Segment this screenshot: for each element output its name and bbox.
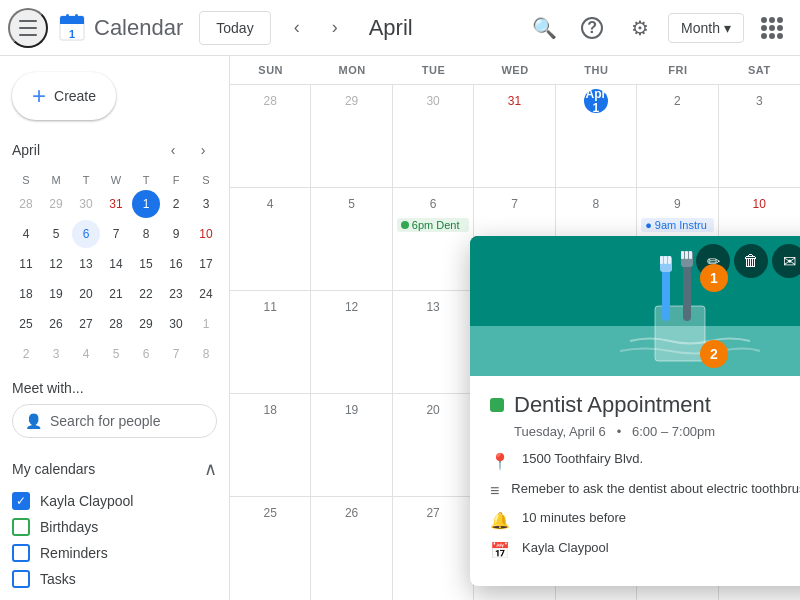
mini-day-today[interactable]: 1 <box>132 190 160 218</box>
today-button[interactable]: Today <box>199 11 270 45</box>
cal-date[interactable]: 12 <box>340 295 364 319</box>
mini-day[interactable]: 23 <box>162 280 190 308</box>
mini-day-selected[interactable]: 6 <box>72 220 100 248</box>
cal-cell[interactable]: 30 <box>393 85 474 188</box>
mini-day[interactable]: 15 <box>132 250 160 278</box>
mini-day[interactable]: 10 <box>192 220 220 248</box>
mini-day[interactable]: 26 <box>42 310 70 338</box>
view-selector[interactable]: Month ▾ <box>668 13 744 43</box>
help-button[interactable]: ? <box>572 8 612 48</box>
menu-button[interactable] <box>8 8 48 48</box>
cal-date[interactable]: 28 <box>258 89 282 113</box>
mini-day[interactable]: 11 <box>12 250 40 278</box>
mini-next-button[interactable]: › <box>189 136 217 164</box>
mini-day[interactable]: 24 <box>192 280 220 308</box>
mini-day[interactable]: 4 <box>72 340 100 368</box>
mini-day[interactable]: 12 <box>42 250 70 278</box>
settings-button[interactable]: ⚙ <box>620 8 660 48</box>
delete-event-button[interactable]: 🗑 <box>734 244 768 278</box>
cal-cell[interactable]: 26 <box>311 497 392 600</box>
mini-day[interactable]: 25 <box>12 310 40 338</box>
mini-day[interactable]: 7 <box>162 340 190 368</box>
cal-date[interactable]: 2 <box>665 89 689 113</box>
mini-day[interactable]: 7 <box>102 220 130 248</box>
cal-cell[interactable]: 5 <box>311 188 392 291</box>
mini-day[interactable]: 27 <box>72 310 100 338</box>
mini-day[interactable]: 20 <box>72 280 100 308</box>
email-event-button[interactable]: ✉ <box>772 244 800 278</box>
cal-cell[interactable]: 13 <box>393 291 474 394</box>
search-button[interactable]: 🔍 <box>524 8 564 48</box>
mini-day[interactable]: 16 <box>162 250 190 278</box>
cal-cell[interactable]: 29 <box>311 85 392 188</box>
mini-day[interactable]: 3 <box>42 340 70 368</box>
cal-cell[interactable]: 20 <box>393 394 474 497</box>
cal-cell[interactable]: 27 <box>393 497 474 600</box>
prev-month-button[interactable]: ‹ <box>279 10 315 46</box>
cal-date[interactable]: 19 <box>340 398 364 422</box>
mini-day[interactable]: 2 <box>12 340 40 368</box>
mini-day[interactable]: 19 <box>42 280 70 308</box>
mini-day[interactable]: 21 <box>102 280 130 308</box>
next-month-button[interactable]: › <box>317 10 353 46</box>
cal-cell[interactable]: 11 <box>230 291 311 394</box>
mini-day[interactable]: 18 <box>12 280 40 308</box>
cal-cell[interactable]: 12 <box>311 291 392 394</box>
mini-day[interactable]: 22 <box>132 280 160 308</box>
cal-date[interactable]: 10 <box>747 192 771 216</box>
cal-date[interactable]: 27 <box>421 501 445 525</box>
cal-cell[interactable]: 19 <box>311 394 392 497</box>
cal-date[interactable]: 20 <box>421 398 445 422</box>
cal-date[interactable]: 5 <box>340 192 364 216</box>
mini-day[interactable]: 29 <box>42 190 70 218</box>
mini-day[interactable]: 8 <box>132 220 160 248</box>
calendar-item-reminders[interactable]: Reminders <box>0 540 229 566</box>
mini-day[interactable]: 2 <box>162 190 190 218</box>
mini-prev-button[interactable]: ‹ <box>159 136 187 164</box>
cal-date[interactable]: 18 <box>258 398 282 422</box>
mini-day[interactable]: 28 <box>12 190 40 218</box>
cal-cell[interactable]: 28 <box>230 85 311 188</box>
cal-date[interactable]: 7 <box>502 192 526 216</box>
cal-cell[interactable]: 25 <box>230 497 311 600</box>
mini-day[interactable]: 14 <box>102 250 130 278</box>
cal-date[interactable]: 31 <box>502 89 526 113</box>
mini-day[interactable]: 9 <box>162 220 190 248</box>
cal-date[interactable]: 29 <box>340 89 364 113</box>
mini-day[interactable]: 30 <box>72 190 100 218</box>
cal-date[interactable]: 4 <box>258 192 282 216</box>
mini-day[interactable]: 4 <box>12 220 40 248</box>
create-button[interactable]: + Create <box>12 72 116 120</box>
cal-date[interactable]: 30 <box>421 89 445 113</box>
cal-date[interactable]: 26 <box>340 501 364 525</box>
cal-cell[interactable]: 2 <box>637 85 718 188</box>
mini-day[interactable]: 1 <box>192 310 220 338</box>
cal-date[interactable]: 11 <box>258 295 282 319</box>
cal-date[interactable]: 9 <box>665 192 689 216</box>
dentist-event[interactable]: 6pm Dent <box>397 218 469 232</box>
cal-cell-apr6[interactable]: 6 6pm Dent <box>393 188 474 291</box>
search-people-button[interactable]: 👤 Search for people <box>12 404 217 438</box>
mini-day[interactable]: 5 <box>102 340 130 368</box>
calendar-item-birthdays[interactable]: Birthdays <box>0 514 229 540</box>
mini-day[interactable]: 28 <box>102 310 130 338</box>
cal-cell-apr1[interactable]: Apr 1 <box>556 85 637 188</box>
cal-cell[interactable]: 4 <box>230 188 311 291</box>
cal-cell[interactable]: 3 <box>719 85 800 188</box>
cal-date-today[interactable]: Apr 1 <box>584 89 608 113</box>
cal-date[interactable]: 25 <box>258 501 282 525</box>
mini-day[interactable]: 5 <box>42 220 70 248</box>
my-calendars-header[interactable]: My calendars ∧ <box>0 450 229 488</box>
calendar-item-kayla[interactable]: ✓ Kayla Claypool <box>0 488 229 514</box>
mini-day[interactable]: 17 <box>192 250 220 278</box>
cal-date[interactable]: 13 <box>421 295 445 319</box>
mini-day[interactable]: 30 <box>162 310 190 338</box>
apps-button[interactable] <box>752 8 792 48</box>
mini-day[interactable]: 29 <box>132 310 160 338</box>
mini-day[interactable]: 3 <box>192 190 220 218</box>
calendar-item-tasks[interactable]: Tasks <box>0 566 229 592</box>
cal-date[interactable]: 8 <box>584 192 608 216</box>
cal-date[interactable]: 3 <box>747 89 771 113</box>
cal-cell[interactable]: 31 <box>474 85 555 188</box>
cal-cell[interactable]: 18 <box>230 394 311 497</box>
